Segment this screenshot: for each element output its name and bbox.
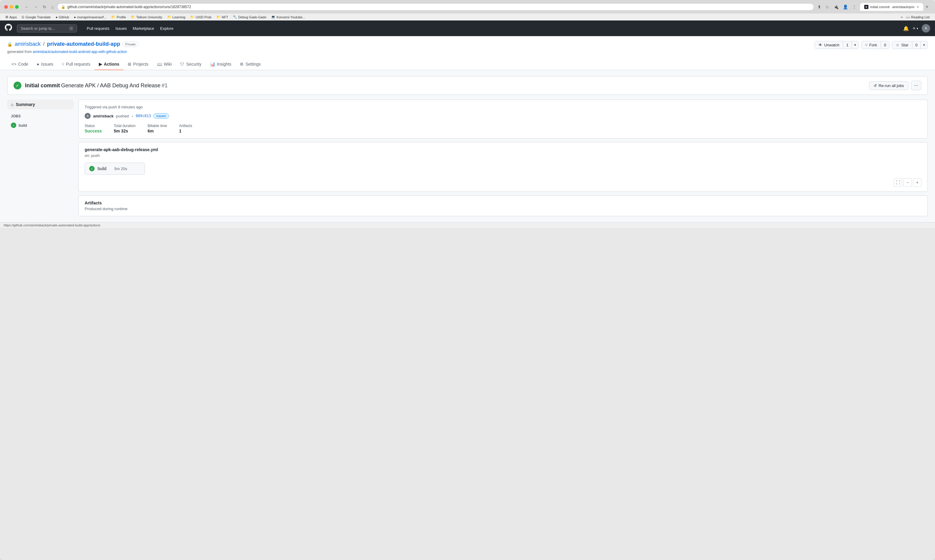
commit-hash[interactable]: 089c813 (136, 114, 151, 118)
sidebar-summary-item[interactable]: ⌂ Summary (7, 100, 74, 109)
workflow-run-number: #1 (162, 83, 168, 89)
github-logo[interactable] (5, 24, 12, 33)
tab-pull-requests[interactable]: ⑂ Pull requests (57, 59, 95, 70)
star-dropdown-button[interactable]: ▾ (921, 41, 927, 49)
search-bar[interactable]: Search or jump to... / (17, 25, 77, 32)
sidebar-job-build-label: build (18, 123, 27, 128)
billable-label: Billable time (148, 124, 167, 128)
github-header: Search or jump to... / Pull requests Iss… (0, 20, 935, 36)
search-placeholder: Search or jump to... (21, 26, 55, 31)
active-tab[interactable]: ● Initial commit · amirisback/priv ✕ (860, 3, 923, 11)
tab-projects[interactable]: ⊞ Projects (123, 59, 153, 70)
menu-button[interactable]: ⋮ (851, 4, 858, 10)
fork-main-button[interactable]: ⑂ Fork (861, 41, 881, 49)
workflow-job-build[interactable]: ✓ build 5m 20s (85, 163, 145, 175)
github-icon: ● (55, 15, 57, 19)
bookmark-monaprimaveras[interactable]: ● monaprimaveras/f... (72, 15, 108, 20)
bookmark-reading-list[interactable]: 📖 Reading List (904, 14, 931, 20)
repo-name-link[interactable]: private-automated-build-app (47, 41, 120, 47)
tab-insights[interactable]: 📊 Insights (206, 59, 236, 70)
tab-close-button[interactable]: ✕ (917, 5, 919, 9)
fork-icon: ⑂ (865, 43, 867, 47)
bookmark-monaprimaveras-label: monaprimaveras/f... (77, 15, 106, 19)
maximize-button[interactable] (15, 5, 18, 9)
watch-main-button[interactable]: 👁 Unwatch (815, 41, 843, 49)
trigger-action: pushed (116, 114, 129, 118)
share-button[interactable]: ⬆ (816, 4, 823, 10)
rerun-label: Re-run all jobs (879, 83, 904, 88)
learning-icon: 📁 (167, 15, 171, 19)
watch-dropdown-button[interactable]: ▾ (852, 41, 858, 49)
sidebar-jobs-section: Jobs (7, 113, 74, 120)
tab-security[interactable]: 🛡 Security (176, 59, 206, 70)
tab-settings[interactable]: ⚙ Settings (236, 59, 265, 70)
repo-owner-link[interactable]: amirisback (15, 41, 41, 47)
trigger-username[interactable]: amirisback (93, 114, 114, 118)
tab-wiki[interactable]: 📖 Wiki (153, 59, 176, 70)
home-button[interactable]: ⌂ (50, 4, 55, 10)
settings-tab-label: Settings (245, 62, 261, 66)
monaprimaveras-icon: ● (74, 15, 76, 19)
repo-tabs: <> Code ● Issues ⑂ Pull requests ▶ Actio… (7, 59, 928, 70)
bookmark-konversi[interactable]: 💻 Konversi Youtube... (269, 14, 307, 20)
fullscreen-button[interactable]: ⛶ (894, 178, 902, 187)
star-count-button[interactable]: 0 (912, 41, 921, 49)
notifications-button[interactable]: 🔔 (903, 26, 909, 31)
zoom-out-button[interactable]: − (903, 178, 912, 187)
rerun-all-jobs-button[interactable]: ↺ Re-run all jobs (869, 81, 909, 90)
watch-label: Unwatch (824, 43, 839, 47)
browser-titlebar: ← → ↻ ⌂ 🔒 github.com/amirisback/private-… (0, 0, 935, 13)
tab-actions[interactable]: ▶ Actions (95, 59, 123, 70)
nav-marketplace[interactable]: Marketplace (131, 25, 157, 32)
tab-code[interactable]: <> Code (7, 59, 32, 70)
bookmarks-more[interactable]: » (901, 15, 903, 19)
bookmark-learning-label: Learning (173, 15, 186, 19)
nav-explore[interactable]: Explore (158, 25, 176, 32)
extensions-button[interactable]: 🔌 (832, 4, 840, 10)
code-tab-icon: <> (11, 62, 16, 66)
artifacts-subtitle: Produced during runtime (85, 206, 921, 211)
bookmark-learning[interactable]: 📁 Learning (165, 14, 187, 20)
bookmark-google-translate[interactable]: G Google Translate (20, 15, 52, 20)
bookmark-debug[interactable]: 🔧 Debug Gado-Gado (231, 14, 268, 20)
new-tab-button[interactable]: + (923, 3, 931, 11)
branch-badge: master (153, 113, 169, 118)
minimize-button[interactable] (10, 5, 13, 9)
workflow-jobs-list: ✓ build 5m 20s (85, 163, 921, 175)
nft-icon: 📁 (216, 15, 220, 19)
duration-value: 5m 32s (114, 129, 136, 133)
bookmark-apps[interactable]: ⊞ Apps (4, 14, 18, 20)
bookmark-profile[interactable]: 📁 Profile (109, 14, 128, 20)
status-value: Success (85, 129, 102, 133)
github-header-right: 🔔 + ▾ A (903, 24, 930, 32)
profile-button[interactable]: 👤 (842, 4, 849, 10)
sidebar-job-build[interactable]: ✓ build (7, 121, 74, 130)
wiki-tab-label: Wiki (164, 62, 172, 66)
repo-generated-from: generated from amirisback/automated-buil… (7, 50, 138, 54)
generated-from-link[interactable]: amirisback/automated-build-android-app-w… (33, 50, 127, 54)
debug-icon: 🔧 (233, 15, 237, 19)
bookmark-uxid[interactable]: 📁 UXID Prob (188, 14, 213, 20)
workflow-title-container: Initial commit Generate APK / AAB Debug … (25, 83, 168, 89)
nav-issues[interactable]: Issues (113, 25, 129, 32)
close-button[interactable] (4, 5, 8, 9)
nav-pull-requests[interactable]: Pull requests (84, 25, 112, 32)
forward-button[interactable]: → (32, 4, 39, 10)
back-button[interactable]: ← (23, 4, 30, 10)
repo-title-row: 🔒 amirisback / private-automated-build-a… (7, 41, 138, 47)
workflow-sidebar: ⌂ Summary Jobs ✓ build (7, 100, 74, 216)
bookmark-telkom[interactable]: 📁 Telkom University (129, 14, 164, 20)
fork-count-button[interactable]: 0 (881, 41, 889, 49)
watch-count-button[interactable]: 1 (843, 41, 851, 49)
zoom-in-button[interactable]: + (913, 178, 921, 187)
star-main-button[interactable]: ☆ Star (892, 41, 912, 49)
tab-issues[interactable]: ● Issues (32, 59, 57, 70)
bookmark-github[interactable]: ● GitHub (54, 15, 71, 20)
create-button[interactable]: + ▾ (913, 26, 918, 31)
bookmark-nft[interactable]: 📁 NFT (214, 14, 230, 20)
user-avatar[interactable]: A (922, 24, 930, 32)
refresh-button[interactable]: ↻ (42, 4, 48, 10)
address-bar[interactable]: 🔒 github.com/amirisback/private-automate… (57, 3, 813, 11)
bookmark-button[interactable]: ☆ (824, 4, 830, 10)
more-options-button[interactable]: ··· (911, 81, 921, 90)
